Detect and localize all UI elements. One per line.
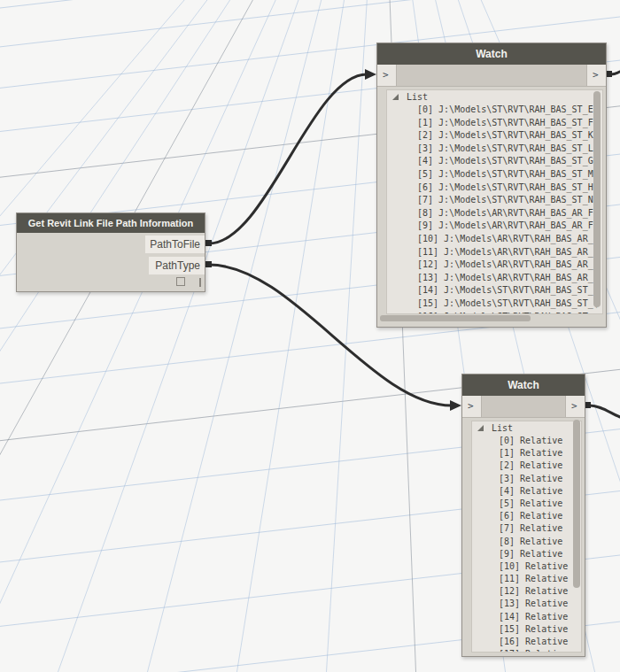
expander-triangle-icon[interactable] bbox=[392, 94, 399, 100]
list-item: [7] Relative bbox=[472, 522, 581, 535]
vertical-scrollbar[interactable] bbox=[573, 420, 580, 588]
list-root-row[interactable]: List bbox=[472, 421, 581, 435]
output-port-pathtype[interactable]: PathType bbox=[149, 257, 205, 274]
wire-pathtofile-to-watch-top[interactable] bbox=[209, 74, 367, 243]
list-item: [8] J:\Models\AR\RVT\RAH_BAS_AR_F bbox=[387, 207, 602, 220]
list-item: [9] Relative bbox=[472, 548, 581, 560]
list-item: [13] J:\Models\AR\RVT\RAH_BAS_AR_ bbox=[387, 272, 602, 285]
list-item: [3] J:\Models\ST\RVT\RAH_BAS_ST_L bbox=[387, 143, 602, 156]
list-item: [11] Relative bbox=[472, 573, 581, 585]
list-item: [9] J:\Models\AR\RVT\RAH_BAS_AR_F bbox=[387, 220, 602, 233]
list-item: [16] J:\Models\ST\RVT\RAH_BAS_ST_ bbox=[387, 311, 602, 315]
watch-list-viewport[interactable]: List [0] Relative[1] Relative[2] Relativ… bbox=[471, 421, 582, 653]
list-root-label: List bbox=[407, 92, 428, 102]
node-watch-pathtypes[interactable]: Watch > > List [0] Relative[1] Relative[… bbox=[461, 374, 585, 657]
list-item: [4] Relative bbox=[472, 485, 581, 498]
output-port[interactable]: > bbox=[565, 396, 585, 417]
list-item: [16] Relative bbox=[472, 636, 581, 648]
list-item: [10] J:\Models\AR\RVT\RAH_BAS_AR_ bbox=[387, 233, 602, 246]
list-item: [13] Relative bbox=[472, 598, 581, 610]
resize-grip-icon[interactable] bbox=[199, 278, 201, 287]
node-watch-paths[interactable]: Watch > > List [0] J:\Models\ST\RVT\RAH_… bbox=[376, 42, 607, 328]
list-item: [11] J:\Models\AR\RVT\RAH_BAS_AR_ bbox=[387, 246, 602, 259]
wire-arrowhead bbox=[365, 69, 376, 80]
list-item: [6] Relative bbox=[472, 510, 581, 522]
node-get-revit-link-file-path-information[interactable]: Get Revit Link File Path Information Pat… bbox=[16, 212, 205, 292]
list-item: [0] J:\Models\ST\RVT\RAH_BAS_ST_E bbox=[387, 104, 602, 117]
list-item: [5] J:\Models\ST\RVT\RAH_BAS_ST_M bbox=[387, 168, 602, 182]
list-item: [1] J:\Models\ST\RVT\RAH_BAS_ST_F bbox=[387, 117, 602, 130]
wire-watch-top-output[interactable] bbox=[611, 72, 620, 74]
output-port-label: PathType bbox=[155, 259, 200, 272]
list-items: [0] Relative[1] Relative[2] Relative[3] … bbox=[472, 435, 581, 653]
list-root-row[interactable]: List bbox=[387, 90, 602, 104]
list-item: [1] Relative bbox=[472, 447, 581, 460]
list-item: [12] J:\Models\AR\RVT\RAH_BAS_AR_ bbox=[387, 259, 602, 272]
port-row: > > bbox=[462, 396, 585, 418]
list-item: [4] J:\Models\ST\RVT\RAH_BAS_ST_G bbox=[387, 155, 602, 168]
output-port[interactable]: > bbox=[586, 65, 606, 86]
vertical-scrollbar[interactable] bbox=[593, 91, 601, 307]
dynamo-canvas[interactable]: Get Revit Link File Path Information Pat… bbox=[0, 0, 620, 672]
lacing-indicator-icon[interactable] bbox=[176, 277, 185, 286]
expander-triangle-icon[interactable] bbox=[477, 425, 484, 431]
list-item: [14] Relative bbox=[472, 611, 581, 623]
port-nub bbox=[205, 261, 212, 267]
node-title[interactable]: Watch bbox=[462, 375, 585, 396]
list-item: [15] J:\Models\ST\RVT\RAH_BAS_ST_( bbox=[387, 297, 602, 311]
list-item: [8] Relative bbox=[472, 536, 581, 548]
list-item: [0] Relative bbox=[472, 435, 581, 447]
output-port-label: PathToFile bbox=[150, 238, 200, 251]
list-item: [2] Relative bbox=[472, 460, 581, 472]
node-title[interactable]: Watch bbox=[377, 43, 606, 65]
list-item: [10] Relative bbox=[472, 560, 581, 573]
list-item: [5] Relative bbox=[472, 498, 581, 510]
port-row: > > bbox=[377, 65, 606, 87]
list-root-label: List bbox=[492, 423, 513, 433]
input-port[interactable]: > bbox=[462, 396, 482, 417]
list-item: [12] Relative bbox=[472, 585, 581, 598]
list-item: [6] J:\Models\ST\RVT\RAH_BAS_ST_H bbox=[387, 182, 602, 195]
list-item: [14] J:\Models\ST\RVT\RAH_BAS_ST_ bbox=[387, 284, 602, 297]
wire-arrowhead bbox=[450, 400, 461, 411]
wire-watch-bottom-output[interactable] bbox=[590, 406, 620, 417]
list-items: [0] J:\Models\ST\RVT\RAH_BAS_ST_E[1] J:\… bbox=[387, 104, 602, 314]
watch-list-viewport[interactable]: List [0] J:\Models\ST\RVT\RAH_BAS_ST_E[1… bbox=[386, 89, 603, 314]
node-title[interactable]: Get Revit Link File Path Information bbox=[17, 213, 205, 233]
list-item: [3] Relative bbox=[472, 473, 581, 485]
input-port[interactable]: > bbox=[377, 65, 397, 86]
port-nub bbox=[205, 240, 212, 246]
list-item: [17] Relative bbox=[472, 648, 581, 653]
list-item: [15] Relative bbox=[472, 623, 581, 636]
list-item: [2] J:\Models\ST\RVT\RAH_BAS_ST_K bbox=[387, 129, 602, 143]
list-item: [7] J:\Models\ST\RVT\RAH_BAS_ST_N bbox=[387, 194, 602, 207]
output-port-pathtofile[interactable]: PathToFile bbox=[145, 236, 205, 253]
horizontal-scrollbar[interactable] bbox=[380, 315, 531, 321]
